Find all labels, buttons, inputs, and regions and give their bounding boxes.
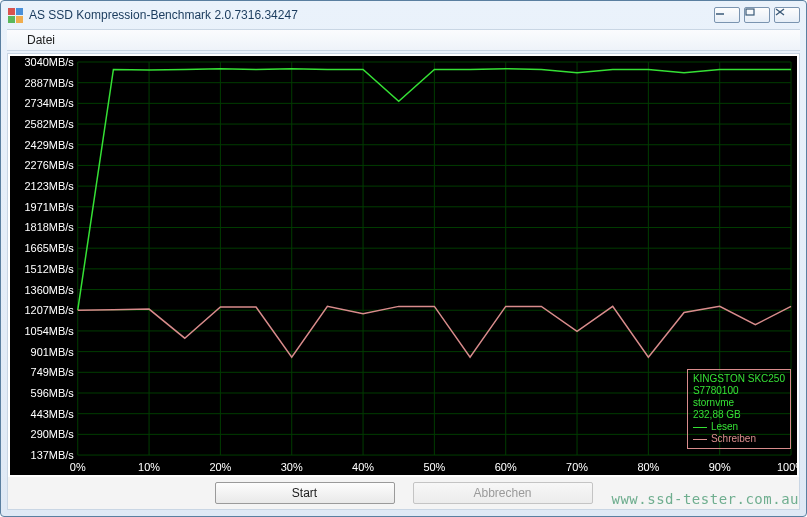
legend-driver: stornvme [693, 397, 785, 409]
cancel-button: Abbrechen [413, 482, 593, 504]
svg-text:137MB/s: 137MB/s [31, 449, 75, 461]
svg-text:1971MB/s: 1971MB/s [24, 201, 74, 213]
body-area: 0%10%20%30%40%50%60%70%80%90%100%3040MB/… [7, 53, 800, 510]
svg-text:1818MB/s: 1818MB/s [24, 221, 74, 233]
svg-text:443MB/s: 443MB/s [31, 408, 75, 420]
svg-text:50%: 50% [423, 461, 445, 473]
window-controls [714, 7, 800, 23]
legend-read-swatch [693, 427, 707, 428]
maximize-icon [745, 8, 769, 22]
svg-text:1665MB/s: 1665MB/s [24, 242, 74, 254]
chart-svg: 0%10%20%30%40%50%60%70%80%90%100%3040MB/… [10, 56, 797, 475]
legend-firmware: S7780100 [693, 385, 785, 397]
close-icon [775, 8, 799, 22]
svg-text:80%: 80% [637, 461, 659, 473]
svg-text:30%: 30% [281, 461, 303, 473]
svg-text:70%: 70% [566, 461, 588, 473]
svg-text:2276MB/s: 2276MB/s [24, 159, 74, 171]
svg-text:596MB/s: 596MB/s [31, 387, 75, 399]
svg-text:901MB/s: 901MB/s [31, 346, 75, 358]
legend-box: KINGSTON SKC250 S7780100 stornvme 232,88… [687, 369, 791, 449]
titlebar: AS SSD Kompression-Benchmark 2.0.7316.34… [1, 1, 806, 29]
legend-capacity: 232,88 GB [693, 409, 785, 421]
svg-text:2429MB/s: 2429MB/s [24, 139, 74, 151]
window-title: AS SSD Kompression-Benchmark 2.0.7316.34… [29, 8, 714, 22]
close-button[interactable] [774, 7, 800, 23]
menu-datei[interactable]: Datei [19, 31, 63, 49]
svg-text:1512MB/s: 1512MB/s [24, 263, 74, 275]
svg-text:1360MB/s: 1360MB/s [24, 284, 74, 296]
svg-text:60%: 60% [495, 461, 517, 473]
start-button[interactable]: Start [215, 482, 395, 504]
svg-text:100%: 100% [777, 461, 797, 473]
chart-area: 0%10%20%30%40%50%60%70%80%90%100%3040MB/… [10, 56, 797, 475]
svg-text:290MB/s: 290MB/s [31, 428, 75, 440]
svg-text:1054MB/s: 1054MB/s [24, 325, 74, 337]
svg-text:40%: 40% [352, 461, 374, 473]
minimize-button[interactable] [714, 7, 740, 23]
legend-write-swatch [693, 439, 707, 440]
svg-text:749MB/s: 749MB/s [31, 366, 75, 378]
minimize-icon [715, 8, 739, 22]
svg-rect-1 [746, 9, 754, 15]
svg-text:0%: 0% [70, 461, 86, 473]
svg-text:10%: 10% [138, 461, 160, 473]
legend-write-row: Schreiben [693, 433, 785, 445]
svg-text:2582MB/s: 2582MB/s [24, 118, 74, 130]
svg-text:3040MB/s: 3040MB/s [24, 56, 74, 68]
legend-read-label: Lesen [711, 421, 738, 433]
svg-text:1207MB/s: 1207MB/s [24, 304, 74, 316]
svg-text:20%: 20% [209, 461, 231, 473]
maximize-button[interactable] [744, 7, 770, 23]
svg-text:2734MB/s: 2734MB/s [24, 97, 74, 109]
legend-device: KINGSTON SKC250 [693, 373, 785, 385]
button-row: Start Abbrechen [8, 477, 799, 509]
svg-text:2123MB/s: 2123MB/s [24, 180, 74, 192]
menubar: Datei [7, 29, 800, 51]
legend-write-label: Schreiben [711, 433, 756, 445]
legend-read-row: Lesen [693, 421, 785, 433]
svg-text:90%: 90% [709, 461, 731, 473]
app-icon [7, 7, 23, 23]
app-window: AS SSD Kompression-Benchmark 2.0.7316.34… [0, 0, 807, 517]
svg-text:2887MB/s: 2887MB/s [24, 77, 74, 89]
